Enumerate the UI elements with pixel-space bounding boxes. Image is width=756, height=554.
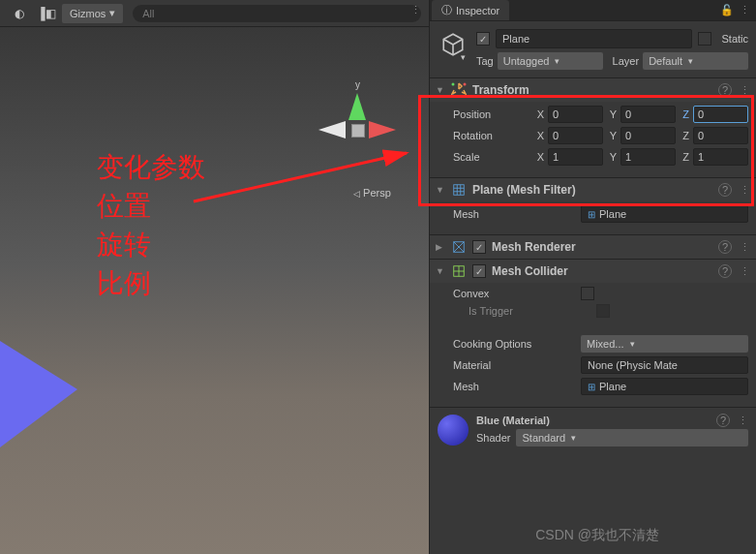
mesh-filter-icon <box>451 182 467 198</box>
collider-enabled-checkbox[interactable]: ✓ <box>472 264 486 278</box>
rotation-label: Rotation <box>453 130 530 141</box>
perspective-label: ◁ Persp <box>353 187 391 199</box>
mesh-filter-header[interactable]: ▼ Plane (Mesh Filter) ? ⋮ <box>430 178 756 201</box>
scale-z-input[interactable] <box>693 148 748 166</box>
watermark: CSDN @我也不清楚 <box>535 527 659 544</box>
gizmos-dropdown[interactable]: Gizmos▾ <box>62 4 123 23</box>
info-icon: ⓘ <box>441 3 452 17</box>
cooking-dropdown[interactable]: Mixed... <box>581 335 748 353</box>
help-icon[interactable]: ? <box>716 414 730 427</box>
component-menu-icon[interactable]: ⋮ <box>738 415 748 427</box>
panel-menu-icon[interactable]: ⋮ <box>740 4 750 16</box>
inspector-tab-bar: ⓘ Inspector 🔓 ⋮ <box>430 0 756 21</box>
mesh-renderer-icon <box>451 239 467 255</box>
mesh-collider-header[interactable]: ▼ ✓ Mesh Collider ? ⋮ <box>430 260 756 283</box>
scene-search-input[interactable] <box>133 5 421 22</box>
help-icon[interactable]: ? <box>718 264 732 278</box>
mesh-asset-icon: ⊞ <box>588 209 595 220</box>
inspector-panel: ⓘ Inspector 🔓 ⋮ ▾ ✓ Static Tag Untagged … <box>429 0 756 554</box>
material-component: Blue (Material) ? ⋮ Shader Standard <box>430 407 756 452</box>
component-menu-icon[interactable]: ⋮ <box>740 84 750 97</box>
tag-dropdown[interactable]: Untagged <box>498 52 603 70</box>
convex-checkbox[interactable] <box>581 287 594 300</box>
gizmo-center[interactable] <box>351 124 365 138</box>
gameobject-icon[interactable]: ▾ <box>438 29 469 60</box>
position-y-input[interactable] <box>620 106 676 123</box>
mesh-renderer-title: Mesh Renderer <box>492 240 712 254</box>
foldout-icon[interactable]: ▶ <box>436 242 445 252</box>
svg-rect-4 <box>454 185 465 196</box>
mesh-field[interactable]: ⊞Plane <box>581 205 748 223</box>
material-preview-sphere[interactable] <box>438 415 469 446</box>
help-icon[interactable]: ? <box>718 183 732 197</box>
foldout-icon[interactable]: ▼ <box>436 85 445 95</box>
material-label: Material <box>453 359 579 371</box>
convex-label: Convex <box>453 288 579 299</box>
static-checkbox[interactable] <box>698 32 711 46</box>
mesh-label: Mesh <box>453 208 579 220</box>
gizmo-y-label: y <box>355 79 360 90</box>
component-menu-icon[interactable]: ⋮ <box>740 184 750 197</box>
static-label: Static <box>721 33 748 45</box>
collider-mesh-label: Mesh <box>453 381 579 392</box>
shader-dropdown[interactable]: Standard <box>516 429 748 446</box>
panel-menu-icon[interactable]: ⋮ <box>410 4 421 16</box>
transform-component: ▼ Transform ? ⋮ Position X Y Z Rotation … <box>430 77 756 177</box>
gizmo-x-cone[interactable] <box>369 121 396 138</box>
rotation-z-input[interactable] <box>693 127 748 144</box>
collider-mesh-field[interactable]: ⊞Plane <box>581 378 748 395</box>
mesh-collider-title: Mesh Collider <box>492 264 712 278</box>
position-x-input[interactable] <box>548 106 603 123</box>
transform-header[interactable]: ▼ Transform ? ⋮ <box>430 78 756 102</box>
rotation-y-input[interactable] <box>620 127 676 144</box>
lock-icon[interactable]: 🔓 <box>720 4 734 16</box>
renderer-enabled-checkbox[interactable]: ✓ <box>472 240 486 254</box>
mesh-asset-icon: ⊞ <box>588 382 595 392</box>
help-icon[interactable]: ? <box>718 83 732 97</box>
plane-object[interactable] <box>0 341 77 447</box>
mesh-renderer-header[interactable]: ▶ ✓ Mesh Renderer ? ⋮ <box>430 235 756 259</box>
trigger-checkbox <box>596 304 610 318</box>
gizmo-z-cone[interactable] <box>318 121 346 138</box>
mesh-collider-component: ▼ ✓ Mesh Collider ? ⋮ Convex Is Trigger … <box>430 259 756 407</box>
gizmo-y-cone[interactable] <box>348 93 366 120</box>
scene-search[interactable] <box>133 4 421 22</box>
orientation-gizmo[interactable]: y <box>313 85 400 172</box>
mesh-renderer-component: ▶ ✓ Mesh Renderer ? ⋮ <box>430 234 756 259</box>
object-name-input[interactable] <box>496 29 692 48</box>
inspector-tab[interactable]: ⓘ Inspector <box>432 0 509 20</box>
component-menu-icon[interactable]: ⋮ <box>740 265 750 278</box>
cooking-label: Cooking Options <box>453 338 579 350</box>
scale-label: Scale <box>453 151 530 163</box>
shaded-icon[interactable]: ◐ <box>8 5 31 22</box>
camera-icon[interactable]: ▐◧ <box>35 5 58 22</box>
mesh-collider-icon <box>451 263 467 279</box>
material-title: Blue (Material) <box>476 415 711 426</box>
rotation-x-input[interactable] <box>548 127 603 144</box>
shader-label: Shader <box>476 432 510 444</box>
layer-label: Layer <box>613 55 640 67</box>
transform-title: Transform <box>472 83 712 97</box>
scale-y-input[interactable] <box>620 148 676 166</box>
mesh-filter-title: Plane (Mesh Filter) <box>472 183 712 197</box>
mesh-filter-component: ▼ Plane (Mesh Filter) ? ⋮ Mesh ⊞Plane <box>430 177 756 234</box>
svg-point-1 <box>452 83 455 86</box>
component-menu-icon[interactable]: ⋮ <box>740 241 750 254</box>
active-checkbox[interactable]: ✓ <box>476 32 490 46</box>
physic-material-field[interactable]: None (Physic Mate <box>581 356 748 374</box>
scale-x-input[interactable] <box>548 148 603 166</box>
foldout-icon[interactable]: ▼ <box>436 185 445 195</box>
scene-panel: ⋮ ◐ ▐◧ Gizmos▾ y ◁ Persp 变化参数 位置 旋转 比例 <box>0 0 429 554</box>
foldout-icon[interactable]: ▼ <box>436 266 445 276</box>
svg-point-3 <box>452 95 455 98</box>
trigger-label: Is Trigger <box>469 305 594 317</box>
scene-viewport[interactable]: y ◁ Persp 变化参数 位置 旋转 比例 <box>0 27 429 554</box>
transform-icon <box>451 82 467 98</box>
position-label: Position <box>453 108 530 120</box>
help-icon[interactable]: ? <box>718 240 732 254</box>
layer-dropdown[interactable]: Default <box>643 52 748 70</box>
annotation-text: 变化参数 位置 旋转 比例 <box>97 148 205 303</box>
svg-point-2 <box>464 83 467 86</box>
position-z-input[interactable] <box>693 106 748 123</box>
scene-toolbar: ◐ ▐◧ Gizmos▾ <box>0 0 429 27</box>
